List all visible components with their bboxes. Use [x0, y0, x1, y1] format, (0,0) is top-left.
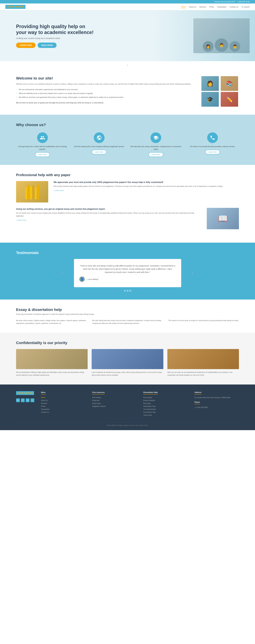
why-card-1-text: You'll get help from a writer with the q…	[16, 145, 69, 150]
welcome-section: Welcome to our site! Whether you've come…	[0, 68, 255, 115]
pro-link-1[interactable]: Learn more	[54, 189, 64, 192]
logo-writing: WRITING	[15, 6, 24, 8]
conf-img-2	[92, 349, 163, 369]
footer-col-resources: Free resources Free essays Essay tips Es…	[92, 391, 137, 417]
person-2: 👨	[215, 38, 228, 52]
footer-col-menu: Menu Home About Us Services Prices Guara…	[41, 391, 86, 417]
nav-prices[interactable]: Prices	[209, 6, 214, 8]
conf-text-2: Lots of students are afraid to buy essay…	[92, 371, 163, 376]
footer-top: ESSAY WRITING G+ f in t Menu Home About …	[16, 391, 239, 417]
pro-img-2: 📖	[207, 208, 239, 229]
footer-resources-heading: Free resources	[92, 391, 105, 394]
why-learn-more-1[interactable]: Learn more	[35, 152, 50, 157]
social-twitter[interactable]: t	[31, 398, 34, 402]
footer-bottom: Essay Writing | All rights reserved. Ter…	[16, 422, 239, 426]
footer-res-checker: Plagiarism checker	[92, 405, 137, 407]
social-linkedin[interactable]: in	[26, 398, 30, 402]
pencil-6	[37, 184, 39, 199]
pencil-3	[30, 186, 32, 199]
welcome-title: Welcome to our site!	[16, 76, 195, 80]
testimonials-title: Testimonials	[16, 251, 239, 255]
footer-menu-services: Services	[41, 402, 86, 404]
footer-dissertation-heading: Dissertation Help	[143, 391, 158, 394]
footer-menu-about: About Us	[41, 399, 86, 401]
pro-title: Professional help with any paper	[16, 173, 239, 177]
nav-guarantees[interactable]: Guarantees	[217, 6, 226, 8]
author-name: – Laura BaileyC	[86, 278, 99, 280]
footer-res-tips: Essay tips	[92, 399, 137, 401]
footer-diss-free: Free essays	[143, 396, 188, 398]
footer-phone-heading: Phone	[194, 401, 200, 404]
prev-button[interactable]: ‹	[62, 271, 63, 275]
conf-card-3: Well, you can relax as we understood the…	[167, 349, 239, 376]
footer-social: G+ f in t	[16, 398, 34, 402]
footer-logo[interactable]: ESSAY WRITING	[16, 391, 34, 395]
scroll-down[interactable]: ⌄	[0, 61, 255, 68]
why-card-2-text: You'll be dealing with a real company of…	[74, 145, 124, 148]
graduation-icon-circle	[150, 132, 161, 143]
conf-img-3	[167, 349, 239, 369]
pro-link-2[interactable]: Learn more	[16, 219, 26, 221]
footer-resources-list: Free essays Essay tips Essay types Plagi…	[92, 396, 137, 407]
footer-col-address: Address 26 Junction Blvd Ste 5100 Chicag…	[194, 391, 239, 417]
nav-dot-1[interactable]	[124, 290, 126, 292]
hero-title: Providing high quality help on your way …	[16, 24, 97, 35]
why-title: Why choose us?	[16, 123, 239, 127]
testimonial-author: 👤 – Laura BaileyC	[79, 276, 176, 282]
why-learn-more-4[interactable]: Learn more	[205, 150, 220, 154]
person-3: 👨	[229, 41, 240, 52]
pro-text-2: Do not waste your money on poor quality …	[16, 212, 201, 218]
next-button[interactable]: ›	[192, 271, 193, 275]
hero-image: 👩 👨 👨	[193, 18, 250, 53]
pro-img-1	[16, 181, 48, 202]
footer-dissertation-list: Free essays Essay examples Buy essay Dis…	[143, 396, 188, 416]
why-card-1: You'll get help from a writer with the q…	[16, 132, 69, 157]
welcome-closing: We are here to assist you, to guide you …	[16, 101, 195, 104]
footer-logo-writing: WRITING	[24, 392, 33, 394]
search-icon: 🔍	[241, 6, 243, 8]
nav-dot-3[interactable]	[129, 290, 131, 292]
conf-cards: We are dedicated to offering a high qual…	[16, 349, 239, 376]
logo[interactable]: ESSAY WRITING	[5, 5, 26, 9]
nav-contact[interactable]: Contact Us	[229, 6, 238, 8]
hero-people: 👩 👨 👨	[203, 38, 240, 53]
pro-section: Professional help with any paper We appr…	[0, 165, 255, 243]
why-card-4-text: Our ethos is to provide the best possibl…	[190, 145, 235, 148]
footer-diss-coursework: Coursework Help	[143, 411, 188, 413]
nav-services[interactable]: Services	[199, 6, 206, 8]
why-learn-more-3[interactable]: Learn more	[148, 152, 163, 157]
search-button[interactable]: 🔍 Search	[241, 6, 250, 8]
globe-icon-circle	[94, 132, 105, 143]
nav-dot-2[interactable]	[127, 290, 128, 292]
pro-row-2: 📖 Using our writing services, you get an…	[16, 208, 239, 229]
testimonials-section: Testimonials ‹ "Tried so many sites and …	[0, 243, 255, 300]
social-facebook[interactable]: f	[21, 398, 25, 402]
why-card-3-text: Get help with your essay, dissertation, …	[130, 145, 182, 150]
why-card-3: Get help with your essay, dissertation, …	[130, 132, 182, 157]
why-learn-more-2[interactable]: Learn more	[92, 150, 106, 154]
read-more-button[interactable]: Read more	[38, 42, 57, 48]
welcome-img-2: 📚	[221, 76, 238, 91]
welcome-intro: Whether you've come to our website looki…	[16, 82, 195, 86]
footer-menu-list: Home About Us Services Prices Guarantees…	[41, 396, 86, 413]
check-item-3: We fulfill our promises and guarantee th…	[16, 96, 195, 99]
conf-card-2: Lots of students are afraid to buy essay…	[92, 349, 163, 376]
pro-heading-1: We appreciate your trust and provide onl…	[54, 181, 223, 184]
footer-menu-guarantees: Guarantees	[41, 408, 86, 410]
footer-logo-essay: ESSAY	[18, 392, 24, 394]
hero-image-inner: 👩 👨 👨	[193, 18, 250, 53]
footer-brand: ESSAY WRITING G+ f in t	[16, 391, 34, 417]
conf-card-1: We are dedicated to offering a high qual…	[16, 349, 88, 376]
social-gplus[interactable]: G+	[16, 398, 20, 402]
nav-about[interactable]: About Us	[189, 6, 196, 8]
users-icon	[40, 135, 45, 140]
why-card-2: You'll be dealing with a real company of…	[73, 132, 125, 157]
author-avatar: 👤	[79, 276, 85, 282]
logo-essay: ESSAY	[7, 6, 14, 8]
order-now-button[interactable]: Order now	[16, 42, 36, 48]
pencil-2	[28, 184, 30, 199]
welcome-text: Welcome to our site! Whether you've come…	[16, 76, 195, 106]
nav-home[interactable]: Home	[181, 6, 186, 8]
conf-text-3: Well, you can relax as we understood the…	[167, 371, 239, 376]
phone-icon-circle	[207, 132, 218, 143]
